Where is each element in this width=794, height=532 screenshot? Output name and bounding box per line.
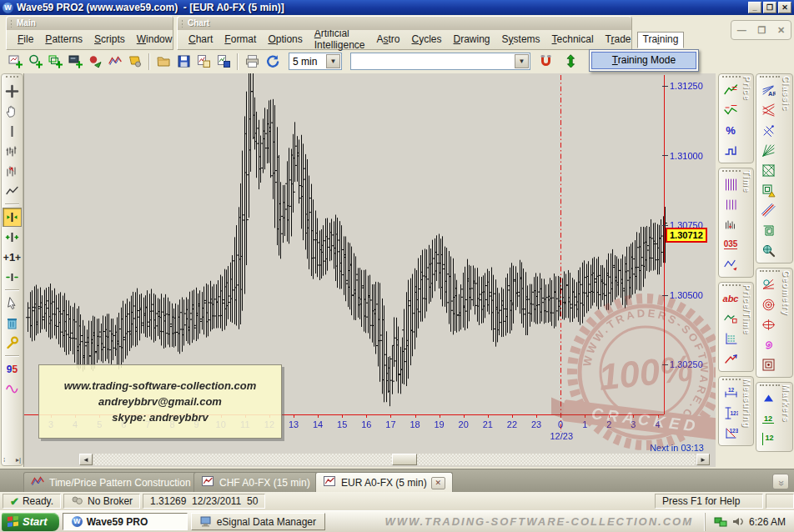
restore-button[interactable]: ❐ (763, 2, 776, 13)
crosshair-icon[interactable] (3, 82, 22, 101)
square-rings-icon[interactable] (758, 354, 778, 374)
close-button[interactable]: ✕ (778, 2, 791, 13)
tab-scroll-button[interactable]: » (772, 474, 789, 489)
sine-wave-icon[interactable] (3, 379, 22, 399)
chart-tab-eur-a0-fx-5-min-[interactable]: EUR A0-FX (5 min)✕ (315, 472, 453, 493)
updown-icon[interactable] (560, 52, 580, 71)
taskbar-app-esignal[interactable]: eSignal Data Manager (191, 513, 325, 530)
child-minimize-button[interactable]: — (737, 25, 746, 35)
menu-scripts[interactable]: Scripts (88, 32, 131, 48)
trash-icon[interactable] (3, 314, 22, 333)
open-folder-icon[interactable] (153, 52, 173, 71)
strip-scroll-up[interactable]: ⁞ (3, 456, 5, 464)
collapse-bar-icon[interactable] (3, 268, 22, 287)
one-bar-icon[interactable]: +1+ (3, 248, 22, 267)
save-chart-icon[interactable] (214, 52, 234, 71)
parallel-lines-icon[interactable] (758, 200, 778, 220)
new-ai-icon[interactable] (85, 52, 105, 71)
scroll-right-button[interactable]: ► (696, 454, 710, 465)
menu-astro[interactable]: Astro (370, 32, 405, 48)
abc-label-icon[interactable]: abc (721, 289, 741, 309)
mini-bars-red-icon[interactable] (3, 162, 22, 181)
child-restore-button[interactable]: ❐ (757, 25, 766, 36)
pointer-hand-icon[interactable] (3, 294, 22, 313)
time-lines2-icon[interactable] (721, 194, 741, 214)
refresh-icon[interactable] (262, 52, 282, 71)
child-close-button[interactable]: ✕ (777, 25, 785, 36)
arrow-up-marker-icon[interactable] (758, 389, 778, 409)
scroll-thumb[interactable] (392, 454, 417, 465)
expand-bars-icon[interactable] (3, 208, 22, 227)
scroll-track[interactable] (93, 454, 696, 465)
menu-cycles[interactable]: Cycles (406, 32, 448, 48)
time-lines-icon[interactable] (721, 174, 741, 194)
network-tray-icon[interactable] (714, 516, 727, 528)
target-circles-icon[interactable] (758, 294, 778, 314)
vector-arrows-icon[interactable] (721, 349, 741, 369)
compass-fan-icon[interactable] (758, 274, 778, 294)
chart-toolbar-caption[interactable]: Chart (178, 17, 631, 30)
wrench-icon[interactable] (3, 334, 22, 353)
alert-icon[interactable] (125, 52, 145, 71)
zigzag-square-icon[interactable] (721, 309, 741, 329)
menu-drawing[interactable]: Drawing (448, 32, 496, 48)
menu-training[interactable]: Training (637, 32, 685, 48)
copy-chart-icon[interactable] (193, 52, 214, 71)
menu-format[interactable]: Format (219, 32, 262, 48)
menu-technical[interactable]: Technical (546, 32, 600, 48)
new-chart-icon[interactable] (5, 52, 25, 71)
angles-ar-icon[interactable]: AR (758, 80, 778, 100)
ruler-h-icon[interactable]: 12 (721, 383, 741, 403)
new-astro-icon[interactable] (25, 52, 45, 71)
insert-bar-icon[interactable] (3, 228, 22, 247)
menu-item-training-mode[interactable]: Training Mode (591, 52, 696, 69)
interval-select[interactable]: 5 min▼ (289, 53, 342, 70)
square-spiral-icon[interactable] (758, 220, 778, 240)
menu-file[interactable]: File (12, 32, 39, 48)
grid-square-icon[interactable] (758, 160, 778, 180)
ellipse-cross-icon[interactable] (758, 314, 778, 334)
new-pattern-icon[interactable] (45, 52, 65, 71)
taskbar-app-wave59[interactable]: W Wave59 PRO (63, 513, 188, 530)
scroll-left-button[interactable]: ◄ (79, 454, 93, 465)
count-underline-icon[interactable]: 12 (758, 409, 778, 429)
symbol-input[interactable]: ▼ (350, 53, 530, 70)
percent-icon[interactable]: % (721, 120, 741, 140)
menu-patterns[interactable]: Patterns (39, 32, 88, 48)
main-toolbar-caption[interactable]: Main (7, 17, 173, 30)
save-icon[interactable] (173, 52, 193, 71)
tab-close-button[interactable]: ✕ (431, 477, 445, 489)
search-globe-icon[interactable] (758, 240, 778, 260)
menu-options[interactable]: Options (262, 32, 308, 48)
trend-up-icon[interactable] (721, 80, 741, 100)
trend-channel-icon[interactable] (721, 100, 741, 120)
wave-icon[interactable] (105, 52, 125, 71)
minimize-button[interactable]: _ (748, 2, 761, 13)
magnet-icon[interactable] (535, 52, 555, 71)
new-script-icon[interactable] (65, 52, 85, 71)
spiral-pink-icon[interactable] (758, 334, 778, 354)
strip-scroll-right[interactable]: ▸| (16, 456, 21, 464)
zigzag-rb-icon[interactable] (721, 254, 741, 274)
nine-five-icon[interactable]: 95 (3, 359, 22, 379)
gann-fan-icon[interactable] (758, 140, 778, 160)
interval-dropdown-arrow[interactable]: ▼ (326, 54, 340, 68)
menu-systems[interactable]: Systems (496, 32, 546, 48)
cross-trend-icon[interactable] (758, 100, 778, 120)
step-move-icon[interactable] (721, 140, 741, 160)
pitchfork-icon[interactable] (758, 120, 778, 140)
ruler-diag-icon[interactable]: 123 (721, 423, 741, 443)
spiral-warn-icon[interactable] (758, 180, 778, 200)
symbol-dropdown-arrow[interactable]: ▼ (515, 54, 529, 68)
print-icon[interactable] (242, 52, 262, 71)
start-button[interactable]: Start (2, 513, 59, 531)
zigzag-icon[interactable] (3, 182, 22, 201)
chart-tab-chf-a0-fx-15-min-[interactable]: CHF A0-FX (15 min) (193, 472, 318, 493)
mini-bars-icon[interactable] (3, 142, 22, 161)
grid-dots-icon[interactable] (721, 329, 741, 349)
count-vline-icon[interactable]: 12 (758, 429, 778, 449)
chart-tab-time-price-pattern-construction[interactable]: Time/Price Pattern Construction (23, 472, 198, 493)
menu-chart[interactable]: Chart (183, 32, 219, 48)
volume-tray-icon[interactable] (732, 516, 744, 527)
menu-window[interactable]: Window (131, 32, 178, 48)
